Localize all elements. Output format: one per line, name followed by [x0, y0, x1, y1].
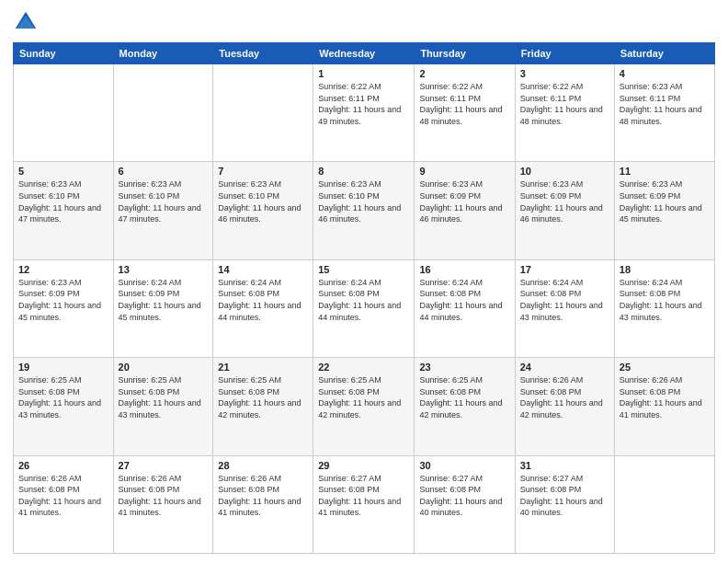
day-number: 14	[218, 264, 308, 275]
day-info: Sunrise: 6:25 AM Sunset: 6:08 PM Dayligh…	[18, 374, 108, 420]
day-info: Sunrise: 6:23 AM Sunset: 6:09 PM Dayligh…	[18, 277, 108, 323]
logo-icon	[13, 9, 39, 35]
calendar-cell: 31Sunrise: 6:27 AM Sunset: 6:08 PM Dayli…	[515, 455, 614, 553]
calendar-cell: 25Sunrise: 6:26 AM Sunset: 6:08 PM Dayli…	[614, 358, 714, 455]
day-number: 17	[520, 264, 609, 275]
col-header-monday: Monday	[113, 43, 213, 64]
calendar-cell: 4Sunrise: 6:23 AM Sunset: 6:11 PM Daylig…	[614, 64, 714, 162]
day-info: Sunrise: 6:26 AM Sunset: 6:08 PM Dayligh…	[520, 374, 609, 420]
day-number: 11	[620, 166, 710, 177]
calendar-cell: 12Sunrise: 6:23 AM Sunset: 6:09 PM Dayli…	[14, 259, 114, 357]
col-header-thursday: Thursday	[415, 43, 515, 64]
day-info: Sunrise: 6:22 AM Sunset: 6:11 PM Dayligh…	[520, 81, 609, 127]
day-info: Sunrise: 6:25 AM Sunset: 6:08 PM Dayligh…	[318, 374, 409, 420]
calendar-cell	[213, 64, 313, 162]
calendar-cell: 27Sunrise: 6:26 AM Sunset: 6:08 PM Dayli…	[113, 455, 213, 553]
col-header-friday: Friday	[515, 43, 614, 64]
day-number: 30	[419, 460, 509, 471]
day-info: Sunrise: 6:23 AM Sunset: 6:09 PM Dayligh…	[419, 178, 509, 224]
calendar-cell: 29Sunrise: 6:27 AM Sunset: 6:08 PM Dayli…	[313, 455, 415, 553]
calendar-cell	[14, 64, 114, 162]
calendar-cell: 5Sunrise: 6:23 AM Sunset: 6:10 PM Daylig…	[14, 162, 114, 259]
calendar-cell: 23Sunrise: 6:25 AM Sunset: 6:08 PM Dayli…	[415, 358, 515, 455]
day-info: Sunrise: 6:25 AM Sunset: 6:08 PM Dayligh…	[419, 374, 509, 420]
day-info: Sunrise: 6:27 AM Sunset: 6:08 PM Dayligh…	[419, 473, 509, 519]
day-number: 7	[218, 166, 308, 177]
day-number: 28	[218, 460, 308, 471]
day-info: Sunrise: 6:23 AM Sunset: 6:10 PM Dayligh…	[119, 178, 209, 224]
day-number: 25	[620, 362, 710, 373]
calendar-cell: 19Sunrise: 6:25 AM Sunset: 6:08 PM Dayli…	[14, 358, 114, 455]
calendar-cell: 18Sunrise: 6:24 AM Sunset: 6:08 PM Dayli…	[614, 259, 714, 357]
calendar-cell: 21Sunrise: 6:25 AM Sunset: 6:08 PM Dayli…	[213, 358, 313, 455]
calendar-cell: 8Sunrise: 6:23 AM Sunset: 6:10 PM Daylig…	[313, 162, 415, 259]
col-header-saturday: Saturday	[614, 43, 714, 64]
day-number: 3	[520, 68, 609, 79]
calendar-cell: 3Sunrise: 6:22 AM Sunset: 6:11 PM Daylig…	[515, 64, 614, 162]
day-number: 19	[18, 362, 108, 373]
col-header-wednesday: Wednesday	[313, 43, 415, 64]
calendar-cell: 28Sunrise: 6:26 AM Sunset: 6:08 PM Dayli…	[213, 455, 313, 553]
calendar-cell: 15Sunrise: 6:24 AM Sunset: 6:08 PM Dayli…	[313, 259, 415, 357]
day-info: Sunrise: 6:23 AM Sunset: 6:10 PM Dayligh…	[218, 178, 308, 224]
calendar-cell: 9Sunrise: 6:23 AM Sunset: 6:09 PM Daylig…	[415, 162, 515, 259]
calendar-cell: 17Sunrise: 6:24 AM Sunset: 6:08 PM Dayli…	[515, 259, 614, 357]
page: SundayMondayTuesdayWednesdayThursdayFrid…	[0, 0, 728, 563]
day-info: Sunrise: 6:27 AM Sunset: 6:08 PM Dayligh…	[318, 473, 409, 519]
day-info: Sunrise: 6:23 AM Sunset: 6:10 PM Dayligh…	[18, 178, 108, 224]
day-info: Sunrise: 6:23 AM Sunset: 6:09 PM Dayligh…	[620, 178, 710, 224]
day-number: 6	[119, 166, 209, 177]
day-number: 2	[419, 68, 509, 79]
day-number: 16	[419, 264, 509, 275]
logo	[13, 9, 42, 35]
day-info: Sunrise: 6:23 AM Sunset: 6:09 PM Dayligh…	[520, 178, 609, 224]
day-info: Sunrise: 6:26 AM Sunset: 6:08 PM Dayligh…	[119, 473, 209, 519]
day-info: Sunrise: 6:25 AM Sunset: 6:08 PM Dayligh…	[218, 374, 308, 420]
calendar-cell: 30Sunrise: 6:27 AM Sunset: 6:08 PM Dayli…	[415, 455, 515, 553]
calendar-cell: 1Sunrise: 6:22 AM Sunset: 6:11 PM Daylig…	[313, 64, 415, 162]
day-info: Sunrise: 6:24 AM Sunset: 6:08 PM Dayligh…	[520, 277, 609, 323]
day-info: Sunrise: 6:26 AM Sunset: 6:08 PM Dayligh…	[218, 473, 308, 519]
calendar-cell: 7Sunrise: 6:23 AM Sunset: 6:10 PM Daylig…	[213, 162, 313, 259]
calendar-cell	[113, 64, 213, 162]
day-number: 20	[119, 362, 209, 373]
day-number: 1	[318, 68, 409, 79]
day-number: 12	[18, 264, 108, 275]
day-number: 29	[318, 460, 409, 471]
calendar-cell: 20Sunrise: 6:25 AM Sunset: 6:08 PM Dayli…	[113, 358, 213, 455]
day-info: Sunrise: 6:24 AM Sunset: 6:09 PM Dayligh…	[119, 277, 209, 323]
day-info: Sunrise: 6:24 AM Sunset: 6:08 PM Dayligh…	[218, 277, 308, 323]
header	[13, 9, 715, 35]
day-number: 23	[419, 362, 509, 373]
col-header-sunday: Sunday	[14, 43, 114, 64]
calendar: SundayMondayTuesdayWednesdayThursdayFrid…	[13, 42, 715, 554]
calendar-cell: 2Sunrise: 6:22 AM Sunset: 6:11 PM Daylig…	[415, 64, 515, 162]
day-number: 27	[119, 460, 209, 471]
day-info: Sunrise: 6:24 AM Sunset: 6:08 PM Dayligh…	[318, 277, 409, 323]
day-number: 5	[18, 166, 108, 177]
calendar-cell: 14Sunrise: 6:24 AM Sunset: 6:08 PM Dayli…	[213, 259, 313, 357]
calendar-cell: 16Sunrise: 6:24 AM Sunset: 6:08 PM Dayli…	[415, 259, 515, 357]
calendar-cell	[614, 455, 714, 553]
day-info: Sunrise: 6:22 AM Sunset: 6:11 PM Dayligh…	[318, 81, 409, 127]
day-info: Sunrise: 6:23 AM Sunset: 6:11 PM Dayligh…	[620, 81, 710, 127]
day-number: 31	[520, 460, 609, 471]
day-number: 8	[318, 166, 409, 177]
day-number: 21	[218, 362, 308, 373]
calendar-cell: 24Sunrise: 6:26 AM Sunset: 6:08 PM Dayli…	[515, 358, 614, 455]
day-info: Sunrise: 6:23 AM Sunset: 6:10 PM Dayligh…	[318, 178, 409, 224]
day-info: Sunrise: 6:27 AM Sunset: 6:08 PM Dayligh…	[520, 473, 609, 519]
day-info: Sunrise: 6:22 AM Sunset: 6:11 PM Dayligh…	[419, 81, 509, 127]
day-info: Sunrise: 6:24 AM Sunset: 6:08 PM Dayligh…	[620, 277, 710, 323]
day-number: 9	[419, 166, 509, 177]
day-number: 26	[18, 460, 108, 471]
day-number: 24	[520, 362, 609, 373]
day-number: 18	[620, 264, 710, 275]
day-number: 13	[119, 264, 209, 275]
calendar-cell: 26Sunrise: 6:26 AM Sunset: 6:08 PM Dayli…	[14, 455, 114, 553]
calendar-cell: 10Sunrise: 6:23 AM Sunset: 6:09 PM Dayli…	[515, 162, 614, 259]
day-info: Sunrise: 6:26 AM Sunset: 6:08 PM Dayligh…	[18, 473, 108, 519]
calendar-cell: 13Sunrise: 6:24 AM Sunset: 6:09 PM Dayli…	[113, 259, 213, 357]
day-number: 22	[318, 362, 409, 373]
calendar-cell: 22Sunrise: 6:25 AM Sunset: 6:08 PM Dayli…	[313, 358, 415, 455]
